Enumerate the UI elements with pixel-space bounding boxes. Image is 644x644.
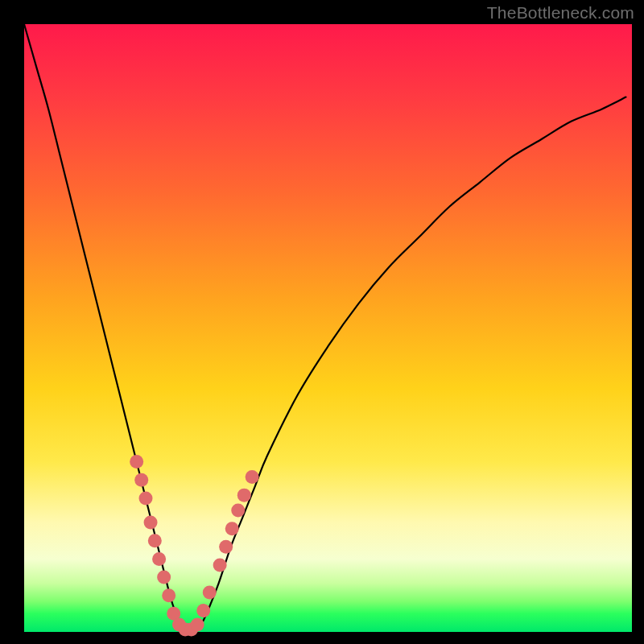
curve-marker: [144, 516, 158, 530]
curve-marker: [157, 571, 171, 584]
curve-marker: [152, 552, 166, 566]
curve-svg: [24, 24, 632, 632]
plot-area: [24, 24, 632, 632]
curve-marker: [225, 522, 239, 535]
watermark-label: TheBottleneck.com: [487, 3, 634, 23]
curve-marker: [191, 617, 204, 631]
curve-marker: [219, 540, 233, 554]
curve-marker: [196, 604, 210, 617]
curve-marker: [130, 455, 143, 469]
curve-marker: [213, 558, 227, 572]
curve-marker: [148, 534, 162, 547]
curve-marker: [162, 588, 175, 602]
bottleneck-curve: [24, 24, 625, 633]
marker-group: [130, 455, 258, 636]
chart-stage: TheBottleneck.com: [0, 0, 644, 644]
curve-marker: [231, 504, 245, 518]
curve-marker: [203, 585, 217, 599]
curve-marker: [237, 489, 251, 502]
curve-marker: [246, 470, 259, 484]
curve-marker: [134, 473, 148, 487]
curve-marker: [139, 491, 153, 505]
